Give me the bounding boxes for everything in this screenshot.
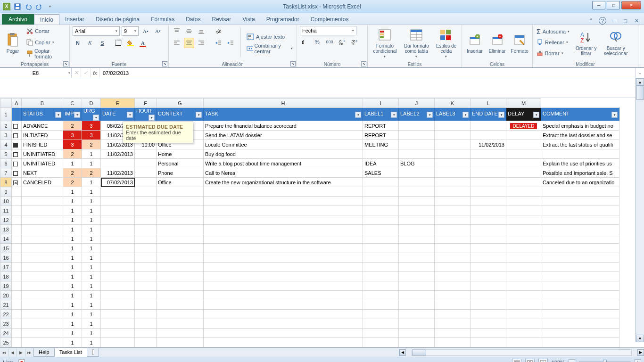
delete-cells-button[interactable]: −Eliminar — [487, 26, 507, 59]
shrink-font-icon[interactable]: A▾ — [153, 26, 163, 36]
cell-comment[interactable]: Extract the last status of qualifi — [541, 140, 619, 149]
excel-icon[interactable]: X — [2, 2, 11, 11]
col-header-L[interactable]: L — [471, 99, 506, 108]
decrease-indent-icon[interactable] — [213, 38, 223, 48]
row-header-14[interactable]: 14 — [0, 234, 12, 244]
cell-comment[interactable]: Canceled due to an organizatio — [541, 178, 619, 187]
cell-urg[interactable]: 1 — [82, 329, 101, 338]
tab-diseno[interactable]: Diseño de página — [90, 14, 145, 25]
col-header-B[interactable]: B — [22, 99, 63, 108]
cell-status[interactable]: FINISHED — [22, 140, 63, 149]
cell-label2[interactable] — [399, 140, 435, 149]
cancel-formula-icon[interactable]: ✕ — [72, 68, 81, 78]
conditional-format-button[interactable]: Formato condicional▾ — [371, 26, 399, 59]
comma-format-icon[interactable]: 000 — [324, 37, 335, 47]
row-header-22[interactable]: 22 — [0, 310, 12, 319]
cell-imp[interactable]: 1 — [63, 253, 82, 263]
filter-icon[interactable]: ▾ — [533, 112, 539, 118]
filter-icon[interactable]: ▾ — [127, 112, 133, 118]
cell-task[interactable]: Call to Nerea — [204, 168, 363, 178]
cell-label1[interactable]: SALES — [363, 168, 399, 178]
decrease-decimal-icon[interactable]: ,00,0 — [349, 37, 359, 47]
cell-label1[interactable] — [363, 178, 399, 187]
window-close-icon[interactable]: ✕ — [633, 17, 640, 25]
horizontal-scrollbar[interactable]: ◀ ▶ — [399, 349, 644, 356]
font-dialog-launcher[interactable]: ⬊ — [162, 61, 167, 66]
cell-hour[interactable] — [135, 178, 157, 187]
maximize-button[interactable]: ◻ — [607, 1, 620, 9]
cell-imp[interactable]: 2 — [63, 178, 82, 187]
col-header-A[interactable]: A — [12, 99, 22, 108]
table-header-IMP[interactable]: IMP▾ — [63, 108, 82, 121]
cell-imp[interactable]: 3 — [63, 131, 82, 140]
bold-button[interactable]: N — [73, 38, 83, 48]
row-header-18[interactable]: 18 — [0, 272, 12, 281]
help-icon[interactable]: ? — [599, 17, 606, 25]
clear-button[interactable]: Borrar▾ — [536, 48, 570, 58]
cell-task[interactable]: Buy dog food — [204, 149, 363, 159]
row-header-6[interactable]: 6 — [0, 159, 12, 168]
cell-label2[interactable] — [399, 131, 435, 140]
cell-urg[interactable]: 1 — [82, 149, 101, 159]
tab-vista[interactable]: Vista — [237, 14, 260, 25]
cell-delay[interactable] — [506, 131, 541, 140]
cell-urg[interactable]: 1 — [82, 197, 101, 206]
col-header-K[interactable]: K — [435, 99, 471, 108]
page-layout-view-icon[interactable] — [525, 359, 535, 362]
align-middle-icon[interactable] — [184, 26, 194, 36]
cell-context[interactable]: Home — [157, 149, 204, 159]
cell-imp[interactable]: 1 — [63, 197, 82, 206]
cell-delay[interactable] — [506, 159, 541, 168]
cell-urg[interactable]: 1 — [82, 272, 101, 281]
cell-imp[interactable]: 1 — [63, 225, 82, 234]
qat-customize-icon[interactable]: ▼ — [45, 2, 55, 11]
row-header-20[interactable]: 20 — [0, 291, 12, 300]
cell-delay[interactable] — [506, 140, 541, 149]
row-header-23[interactable]: 23 — [0, 319, 12, 329]
cell-urg[interactable]: 1 — [82, 234, 101, 244]
paste-button[interactable]: Pegar — [3, 26, 23, 59]
filter-icon[interactable]: ▾ — [55, 112, 61, 118]
col-header-J[interactable]: J — [399, 99, 435, 108]
table-header-CONTEXT[interactable]: CONTEXT▾ — [157, 108, 204, 121]
cell-enddate[interactable]: 11/02/2013 — [471, 140, 506, 149]
cell-icon[interactable] — [12, 178, 22, 187]
cell-hour[interactable] — [135, 149, 157, 159]
table-header-DELAY[interactable]: DELAY▾ — [506, 108, 541, 121]
cell-enddate[interactable] — [471, 159, 506, 168]
cell-enddate[interactable] — [471, 121, 506, 131]
row-header-11[interactable]: 11 — [0, 206, 12, 215]
cell-imp[interactable]: 1 — [63, 187, 82, 197]
select-all-cell[interactable] — [0, 99, 12, 108]
zoom-out-icon[interactable]: − — [569, 359, 575, 362]
sheet-tab-active[interactable]: Tasks List — [54, 348, 87, 357]
cell-imp[interactable]: 1 — [63, 234, 82, 244]
cell-label3[interactable] — [435, 121, 471, 131]
tab-formulas[interactable]: Fórmulas — [145, 14, 180, 25]
cell-label1[interactable]: IDEA — [363, 159, 399, 168]
row-header-19[interactable]: 19 — [0, 281, 12, 291]
cell-task[interactable]: Locale Committee — [204, 140, 363, 149]
row-header-21[interactable]: 21 — [0, 300, 12, 310]
cell-urg[interactable]: 1 — [82, 310, 101, 319]
cell-imp[interactable]: 2 — [63, 149, 82, 159]
increase-decimal-icon[interactable]: ,0,00 — [337, 37, 347, 47]
align-bottom-icon[interactable] — [196, 26, 206, 36]
tab-complementos[interactable]: Complementos — [305, 14, 355, 25]
undo-icon[interactable] — [24, 2, 33, 11]
cell-urg[interactable]: 1 — [82, 187, 101, 197]
cell-imp[interactable]: 1 — [63, 263, 82, 272]
cell-imp[interactable]: 1 — [63, 244, 82, 253]
col-header-G[interactable]: G — [157, 99, 204, 108]
row-header-3[interactable]: 3 — [0, 131, 12, 140]
filter-icon[interactable]: ▾ — [611, 112, 618, 118]
col-header-M[interactable]: M — [506, 99, 541, 108]
table-header-LABEL2[interactable]: LABEL2▾ — [399, 108, 435, 121]
cell-label3[interactable] — [435, 131, 471, 140]
cell-task[interactable]: Send the LATAM dossier — [204, 131, 363, 140]
window-restore-icon[interactable]: ◻ — [621, 17, 629, 25]
row-header-7[interactable]: 7 — [0, 168, 12, 178]
window-minimize-icon[interactable]: ─ — [610, 17, 618, 25]
enter-formula-icon[interactable]: ✓ — [81, 68, 91, 78]
row-header-8[interactable]: 8 — [0, 178, 12, 187]
